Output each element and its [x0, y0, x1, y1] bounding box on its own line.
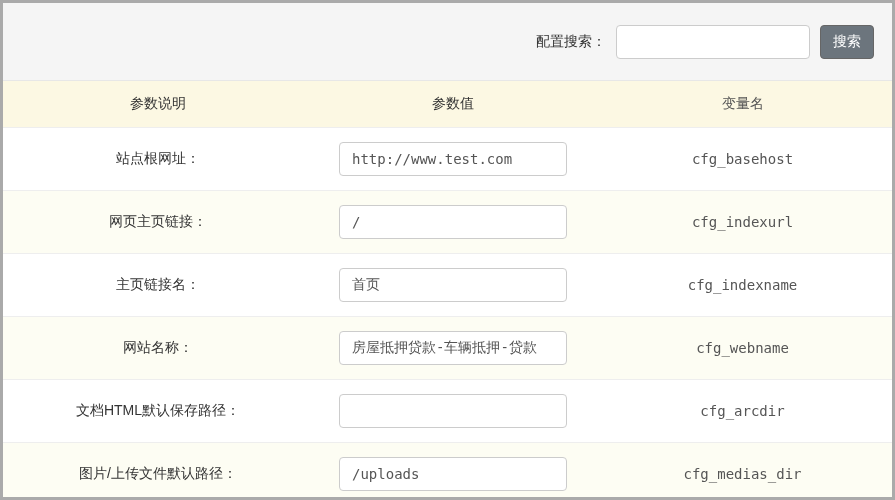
table-row: 主页链接名： cfg_indexname	[3, 254, 892, 317]
table-row: 文档HTML默认保存路径： cfg_arcdir	[3, 380, 892, 443]
table-row: 网页主页链接： cfg_indexurl	[3, 191, 892, 254]
table-header-row: 参数说明 参数值 变量名	[3, 81, 892, 128]
col-header-desc: 参数说明	[3, 81, 313, 128]
param-value-input[interactable]	[339, 457, 567, 491]
param-desc: 网站名称：	[3, 317, 313, 380]
config-table: 参数说明 参数值 变量名 站点根网址： cfg_basehost 网页主页链接：…	[3, 81, 892, 497]
param-var: cfg_arcdir	[593, 380, 892, 443]
table-row: 图片/上传文件默认路径： cfg_medias_dir	[3, 443, 892, 498]
search-button[interactable]: 搜索	[820, 25, 874, 59]
config-panel: 配置搜索： 搜索 参数说明 参数值 变量名 站点根网址： cfg_basehos…	[3, 3, 892, 497]
param-desc: 文档HTML默认保存路径：	[3, 380, 313, 443]
table-row: 网站名称： cfg_webname	[3, 317, 892, 380]
search-bar: 配置搜索： 搜索	[3, 3, 892, 81]
col-header-var: 变量名	[593, 81, 892, 128]
param-var: cfg_indexname	[593, 254, 892, 317]
search-input[interactable]	[616, 25, 810, 59]
search-label: 配置搜索：	[536, 33, 606, 51]
col-header-value: 参数值	[313, 81, 593, 128]
param-desc: 网页主页链接：	[3, 191, 313, 254]
param-value-input[interactable]	[339, 331, 567, 365]
param-desc: 站点根网址：	[3, 128, 313, 191]
param-desc: 图片/上传文件默认路径：	[3, 443, 313, 498]
param-var: cfg_medias_dir	[593, 443, 892, 498]
param-value-input[interactable]	[339, 394, 567, 428]
param-var: cfg_basehost	[593, 128, 892, 191]
param-desc: 主页链接名：	[3, 254, 313, 317]
param-var: cfg_indexurl	[593, 191, 892, 254]
param-value-input[interactable]	[339, 142, 567, 176]
param-value-input[interactable]	[339, 268, 567, 302]
param-var: cfg_webname	[593, 317, 892, 380]
param-value-input[interactable]	[339, 205, 567, 239]
table-row: 站点根网址： cfg_basehost	[3, 128, 892, 191]
